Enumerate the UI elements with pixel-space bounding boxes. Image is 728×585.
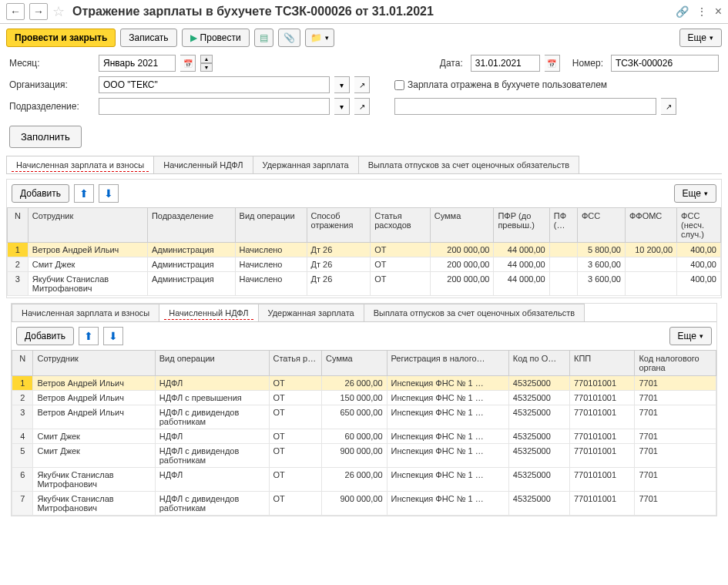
cell-sum: 900 000,00: [322, 492, 387, 516]
col-op[interactable]: Вид операции: [235, 208, 307, 243]
col2-article[interactable]: Статья р…: [269, 351, 322, 376]
add-row-button[interactable]: Добавить: [12, 184, 69, 203]
post-and-close-button[interactable]: Провести и закрыть: [6, 29, 116, 47]
move-down-button[interactable]: ⬇: [99, 184, 119, 203]
cell-employee: Ветров Андрей Ильич: [28, 243, 147, 257]
col-ffoms[interactable]: ФФОМС: [625, 208, 676, 243]
calendar-icon: 📅: [183, 59, 193, 68]
cell-pf: [549, 257, 577, 272]
cell-sum: 200 000,00: [430, 243, 494, 257]
col-n[interactable]: N: [8, 208, 29, 243]
move-down-button-2[interactable]: ⬇: [103, 327, 123, 345]
cell-pf: [549, 243, 577, 257]
col2-kpp[interactable]: КПП: [569, 351, 634, 376]
attachment-button[interactable]: 📎: [278, 29, 300, 47]
tab-vacation-payout[interactable]: Выплата отпусков за счет оценочных обяза…: [358, 156, 579, 173]
move-up-button-2[interactable]: ⬆: [79, 327, 99, 345]
col-dept[interactable]: Подразделение: [147, 208, 235, 243]
create-basis-button[interactable]: 📁: [305, 29, 334, 47]
ndfl-table: N Сотрудник Вид операции Статья р… Сумма…: [12, 350, 716, 516]
cell-ffoms: [625, 272, 676, 296]
col2-reg[interactable]: Регистрация в налого…: [387, 351, 508, 376]
month-spinner[interactable]: ▲ ▼: [200, 55, 213, 72]
section-more-button[interactable]: Еще: [674, 184, 716, 203]
cell-article: ОТ: [269, 405, 322, 429]
post-button[interactable]: ▶ Провести: [182, 29, 250, 47]
report-button[interactable]: ▤: [254, 29, 273, 47]
menu-dots-icon[interactable]: ⋮: [696, 5, 707, 18]
tab-accrued-ndfl[interactable]: Начисленный НДФЛ: [153, 156, 253, 173]
tab-withheld-salary[interactable]: Удержанная зарплата: [253, 156, 359, 173]
col2-taxcode[interactable]: Код налогового органа: [635, 351, 716, 376]
cell-employee: Ветров Андрей Ильич: [33, 405, 155, 429]
cell-op: НДФЛ с дивидендов работникам: [155, 492, 269, 516]
table-row[interactable]: 4 Смит Джек НДФЛ ОТ 60 000,00 Инспекция …: [12, 429, 716, 444]
nav-back-button[interactable]: ←: [6, 3, 25, 20]
table-row[interactable]: 3 Ветров Андрей Ильич НДФЛ с дивидендов …: [12, 405, 716, 429]
reflected-checkbox-label[interactable]: Зарплата отражена в бухучете пользовател…: [394, 79, 607, 90]
close-icon[interactable]: ×: [715, 5, 722, 18]
table-row[interactable]: 5 Смит Джек НДФЛ с дивидендов работникам…: [12, 444, 716, 468]
add-row-button-2[interactable]: Добавить: [16, 327, 74, 345]
dept-input[interactable]: [99, 98, 330, 115]
col2-op[interactable]: Вид операции: [155, 351, 269, 376]
col-pfr[interactable]: ПФР (до превыш.): [494, 208, 549, 243]
favorite-star-icon[interactable]: ☆: [52, 3, 65, 20]
cell-sum: 26 000,00: [322, 376, 387, 391]
table-row[interactable]: 1 Ветров Андрей Ильич НДФЛ ОТ 26 000,00 …: [12, 376, 716, 391]
dept-label: Подразделение:: [9, 101, 94, 112]
table-row[interactable]: 2 Смит Джек Администрация Начислено Дт 2…: [8, 257, 721, 272]
fill-button[interactable]: Заполнить: [9, 126, 82, 148]
org-dropdown-button[interactable]: ▾: [334, 76, 350, 93]
col-pf[interactable]: ПФ (…: [549, 208, 577, 243]
col2-employee[interactable]: Сотрудник: [33, 351, 155, 376]
reflected-checkbox[interactable]: [394, 80, 404, 90]
month-down-button[interactable]: ▼: [200, 63, 213, 72]
col-article[interactable]: Статья расходов: [371, 208, 431, 243]
date-input[interactable]: [471, 55, 540, 72]
table-row[interactable]: 7 Якубчик Станислав Митрофанович НДФЛ с …: [12, 492, 716, 516]
month-input[interactable]: [99, 55, 176, 72]
col-sum[interactable]: Сумма: [430, 208, 494, 243]
table-row[interactable]: 2 Ветров Андрей Ильич НДФЛ с превышения …: [12, 391, 716, 405]
col2-code[interactable]: Код по О…: [508, 351, 569, 376]
col2-n[interactable]: N: [12, 351, 33, 376]
org-open-button[interactable]: ↗: [354, 76, 370, 93]
paperclip-icon: 📎: [283, 32, 295, 43]
extra-open-button[interactable]: ↗: [661, 98, 676, 115]
extra-input[interactable]: [394, 98, 656, 115]
cell-article: ОТ: [371, 243, 431, 257]
tab2-withheld-salary[interactable]: Удержанная зарплата: [258, 304, 364, 321]
col-employee[interactable]: Сотрудник: [28, 208, 147, 243]
dept-open-button[interactable]: ↗: [354, 98, 370, 115]
tab-accrued-salary[interactable]: Начисленная зарплата и взносы: [6, 156, 154, 173]
col-fss-ns[interactable]: ФСС (несч. случ.): [677, 208, 721, 243]
tab2-accrued-salary[interactable]: Начисленная зарплата и взносы: [12, 304, 159, 321]
cell-method: Дт 26: [307, 272, 371, 296]
move-up-button[interactable]: ⬆: [74, 184, 94, 203]
folder-icon: 📁: [310, 32, 322, 43]
col2-sum[interactable]: Сумма: [322, 351, 387, 376]
col-fss[interactable]: ФСС: [577, 208, 625, 243]
cell-sum: 650 000,00: [322, 405, 387, 429]
more-button[interactable]: Еще: [679, 29, 722, 47]
tab2-vacation-payout[interactable]: Выплата отпусков за счет оценочных обяза…: [364, 304, 585, 321]
tab2-accrued-ndfl[interactable]: Начисленный НДФЛ: [159, 304, 258, 321]
table-row[interactable]: 6 Якубчик Станислав Митрофанович НДФЛ ОТ…: [12, 468, 716, 492]
save-button[interactable]: Записать: [120, 29, 176, 47]
table-row[interactable]: 1 Ветров Андрей Ильич Администрация Начи…: [8, 243, 721, 257]
nav-forward-button[interactable]: →: [29, 3, 48, 20]
col-method[interactable]: Способ отражения: [307, 208, 371, 243]
date-calendar-button[interactable]: 📅: [545, 55, 560, 72]
section-more-button-2[interactable]: Еще: [669, 327, 712, 345]
month-calendar-button[interactable]: 📅: [180, 55, 196, 72]
cell-sum: 26 000,00: [322, 468, 387, 492]
table-row[interactable]: 3 Якубчик Станислав Митрофанович Админис…: [8, 272, 721, 296]
number-input[interactable]: [611, 55, 719, 72]
month-up-button[interactable]: ▲: [200, 55, 213, 63]
link-icon[interactable]: 🔗: [676, 5, 689, 18]
dept-dropdown-button[interactable]: ▾: [334, 98, 350, 115]
cell-employee: Смит Джек: [33, 429, 155, 444]
cell-tax: 7701: [635, 391, 716, 405]
org-input[interactable]: [99, 76, 330, 93]
